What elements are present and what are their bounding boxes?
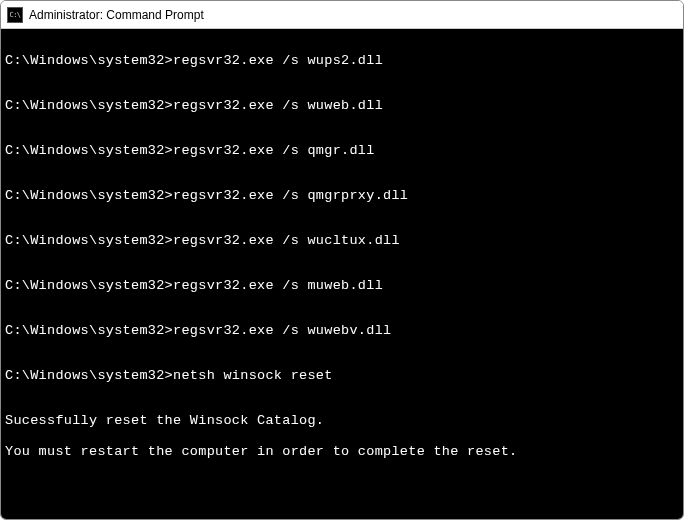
command-prompt-window: C:\ Administrator: Command Prompt C:\Win… (0, 0, 684, 520)
blank-line (5, 475, 679, 489)
command-line: C:\Windows\system32>netsh winsock reset (5, 368, 679, 384)
blank-line (5, 504, 679, 518)
command-line: C:\Windows\system32>regsvr32.exe /s wuwe… (5, 323, 679, 339)
terminal-output[interactable]: C:\Windows\system32>regsvr32.exe /s wups… (1, 29, 683, 519)
titlebar[interactable]: C:\ Administrator: Command Prompt (1, 1, 683, 29)
command-line: C:\Windows\system32>regsvr32.exe /s qmgr… (5, 143, 679, 159)
window-title: Administrator: Command Prompt (29, 8, 204, 22)
command-line: C:\Windows\system32>regsvr32.exe /s wucl… (5, 233, 679, 249)
command-line: C:\Windows\system32>regsvr32.exe /s qmgr… (5, 188, 679, 204)
command-line: C:\Windows\system32>regsvr32.exe /s wuwe… (5, 98, 679, 114)
output-line: You must restart the computer in order t… (5, 444, 679, 460)
command-line: C:\Windows\system32>regsvr32.exe /s wups… (5, 53, 679, 69)
cmd-icon: C:\ (7, 7, 23, 23)
command-line: C:\Windows\system32>regsvr32.exe /s muwe… (5, 278, 679, 294)
output-line: Sucessfully reset the Winsock Catalog. (5, 413, 679, 429)
